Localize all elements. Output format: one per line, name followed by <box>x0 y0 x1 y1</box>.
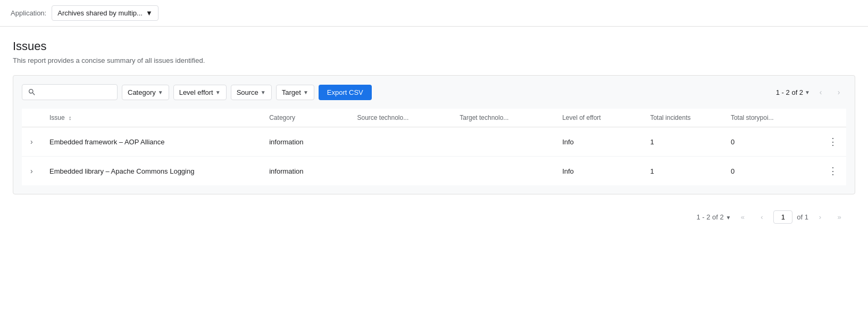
row-total-incidents: 1 <box>644 127 724 157</box>
search-box[interactable] <box>22 84 118 100</box>
search-icon <box>28 88 36 96</box>
row-actions-cell: ⋮ <box>820 157 846 186</box>
th-source-label: Source technolo... <box>357 114 408 121</box>
source-filter[interactable]: Source ▼ <box>231 85 272 100</box>
table-row: › Embedded framework – AOP Alliance info… <box>22 127 846 157</box>
th-issue[interactable]: Issue ↕ <box>43 109 263 127</box>
row-source-tech <box>350 157 453 186</box>
page-title: Issues <box>13 39 855 53</box>
row-target-tech <box>453 157 556 186</box>
bottom-prev-page-button[interactable]: ‹ <box>754 209 769 224</box>
app-dropdown-icon: ▼ <box>146 9 153 17</box>
table-container: Category ▼ Level effort ▼ Source ▼ Targe… <box>13 75 855 194</box>
category-label: Category <box>128 88 156 96</box>
th-expand <box>22 109 43 127</box>
target-filter[interactable]: Target ▼ <box>276 85 314 100</box>
row-more-button[interactable]: ⋮ <box>826 164 840 178</box>
pagination-prev-button[interactable]: ‹ <box>813 85 828 100</box>
row-category: information <box>263 157 350 186</box>
bottom-first-page-button[interactable]: « <box>735 209 750 224</box>
bottom-next-page-button[interactable]: › <box>813 209 828 224</box>
top-bar: Application: Archives shared by multip..… <box>0 0 868 27</box>
level-effort-filter[interactable]: Level effort ▼ <box>173 85 227 100</box>
pagination-next-button[interactable]: › <box>831 85 846 100</box>
th-incidents-label: Total incidents <box>650 114 690 121</box>
table-header-row: Issue ↕ Category Source technolo... Targ… <box>22 109 846 127</box>
row-expand-cell: › <box>22 127 43 157</box>
page-content: Issues This report provides a concise su… <box>0 27 868 231</box>
th-actions <box>820 109 846 127</box>
th-category: Category <box>263 109 350 127</box>
row-total-storypoints: 0 <box>724 157 820 186</box>
th-storypoints-label: Total storypoi... <box>731 114 774 121</box>
row-issue: Embedded framework – AOP Alliance <box>43 127 263 157</box>
row-expand-cell: › <box>22 157 43 186</box>
export-csv-button[interactable]: Export CSV <box>319 85 372 100</box>
issues-table: Issue ↕ Category Source technolo... Targ… <box>22 109 846 185</box>
category-chevron-icon: ▼ <box>158 89 163 95</box>
th-total-storypoints: Total storypoi... <box>724 109 820 127</box>
category-filter[interactable]: Category ▼ <box>122 85 169 100</box>
page-number-input[interactable] <box>773 210 792 224</box>
application-dropdown[interactable]: Archives shared by multip... ▼ <box>52 5 158 21</box>
expand-row-button[interactable]: › <box>28 136 35 147</box>
bottom-pagination: 1 - 2 of 2 ▼ « ‹ of 1 › » <box>13 203 855 231</box>
th-total-incidents: Total incidents <box>644 109 724 127</box>
level-effort-chevron-icon: ▼ <box>215 89 221 95</box>
pagination-count-top: 1 - 2 of 2 ▼ <box>776 88 810 96</box>
pagination-count-chevron-icon[interactable]: ▼ <box>805 89 810 95</box>
row-more-button[interactable]: ⋮ <box>826 135 840 149</box>
bottom-pagination-count: 1 - 2 of 2 ▼ <box>696 213 731 221</box>
source-chevron-icon: ▼ <box>261 89 266 95</box>
chevron-right-icon: › <box>30 167 33 175</box>
th-target-tech: Target technolo... <box>453 109 556 127</box>
app-label: Application: <box>11 9 46 17</box>
row-level-effort: Info <box>556 127 644 157</box>
pagination-top: 1 - 2 of 2 ▼ ‹ › <box>776 85 846 100</box>
th-target-label: Target technolo... <box>460 114 508 121</box>
level-effort-label: Level effort <box>179 88 213 96</box>
app-value: Archives shared by multip... <box>57 9 143 17</box>
row-issue: Embedded library – Apache Commons Loggin… <box>43 157 263 186</box>
table-row: › Embedded library – Apache Commons Logg… <box>22 157 846 186</box>
page-subtitle: This report provides a concise summary o… <box>13 56 855 64</box>
row-actions-cell: ⋮ <box>820 127 846 157</box>
bottom-last-page-button[interactable]: » <box>832 209 847 224</box>
bottom-count-value: 1 - 2 of 2 <box>696 213 723 221</box>
row-category: information <box>263 127 350 157</box>
th-issue-label: Issue <box>49 114 65 121</box>
search-input[interactable] <box>39 88 103 96</box>
row-total-storypoints: 0 <box>724 127 820 157</box>
target-label: Target <box>282 88 301 96</box>
row-level-effort: Info <box>556 157 644 186</box>
th-effort-label: Level of effort <box>562 114 601 121</box>
th-source-tech: Source technolo... <box>350 109 453 127</box>
row-target-tech <box>453 127 556 157</box>
sort-icon: ↕ <box>69 115 72 121</box>
source-label: Source <box>237 88 258 96</box>
pagination-count-value: 1 - 2 of 2 <box>776 88 803 96</box>
bottom-count-chevron-icon[interactable]: ▼ <box>725 215 731 221</box>
expand-row-button[interactable]: › <box>28 166 35 176</box>
bottom-of-label: of 1 <box>797 213 808 221</box>
toolbar: Category ▼ Level effort ▼ Source ▼ Targe… <box>22 84 846 100</box>
th-level-effort: Level of effort <box>556 109 644 127</box>
row-total-incidents: 1 <box>644 157 724 186</box>
target-chevron-icon: ▼ <box>303 89 308 95</box>
row-source-tech <box>350 127 453 157</box>
th-category-label: Category <box>269 114 295 121</box>
chevron-right-icon: › <box>30 137 33 146</box>
